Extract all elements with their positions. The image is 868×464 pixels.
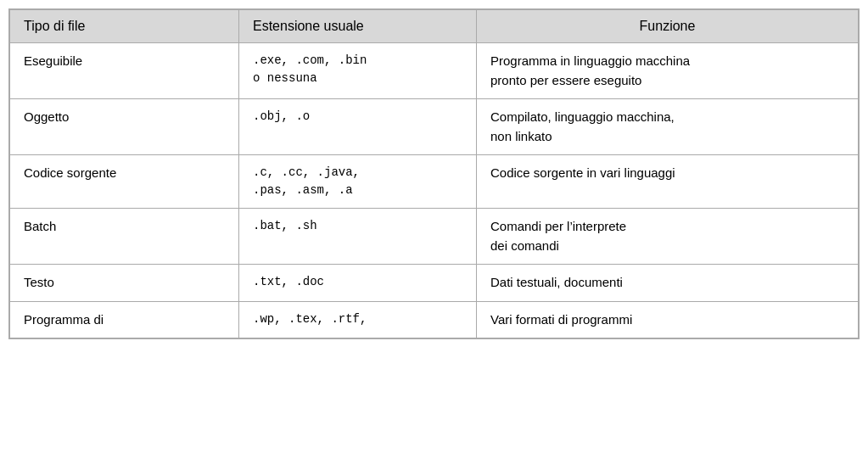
cell-tipo: Eseguibile bbox=[10, 43, 239, 99]
cell-estensione: .exe, .com, .bin o nessuna bbox=[239, 43, 477, 99]
cell-funzione: Programma in linguaggio macchina pronto … bbox=[477, 43, 859, 99]
table-header-row: Tipo di file Estensione usuale Funzione bbox=[10, 10, 859, 43]
header-estensione: Estensione usuale bbox=[239, 10, 477, 43]
cell-estensione: .bat, .sh bbox=[239, 209, 477, 265]
cell-estensione: .wp, .tex, .rtf, bbox=[239, 301, 477, 338]
header-funzione: Funzione bbox=[477, 10, 859, 43]
table-row: Testo.txt, .docDati testuali, documenti bbox=[10, 265, 859, 302]
table-row: Eseguibile.exe, .com, .bin o nessunaProg… bbox=[10, 43, 859, 99]
file-types-table: Tipo di file Estensione usuale Funzione … bbox=[9, 9, 859, 338]
cell-funzione: Comandi per l’interprete dei comandi bbox=[477, 209, 859, 265]
cell-tipo: Codice sorgente bbox=[10, 155, 239, 209]
cell-funzione: Codice sorgente in vari linguaggi bbox=[477, 155, 859, 209]
header-tipo: Tipo di file bbox=[10, 10, 239, 43]
cell-estensione: .txt, .doc bbox=[239, 265, 477, 302]
cell-estensione: .obj, .o bbox=[239, 99, 477, 155]
table-row: Batch.bat, .shComandi per l’interprete d… bbox=[10, 209, 859, 265]
table-row: Oggetto.obj, .oCompilato, linguaggio mac… bbox=[10, 99, 859, 155]
cell-tipo: Programma di bbox=[10, 301, 239, 338]
table-row: Codice sorgente.c, .cc, .java, .pas, .as… bbox=[10, 155, 859, 209]
cell-tipo: Batch bbox=[10, 209, 239, 265]
cell-tipo: Testo bbox=[10, 265, 239, 302]
cell-funzione: Vari formati di programmi bbox=[477, 301, 859, 338]
cell-funzione: Compilato, linguaggio macchina, non link… bbox=[477, 99, 859, 155]
cell-estensione: .c, .cc, .java, .pas, .asm, .a bbox=[239, 155, 477, 209]
table-row: Programma di.wp, .tex, .rtf,Vari formati… bbox=[10, 301, 859, 338]
main-table-container: Tipo di file Estensione usuale Funzione … bbox=[8, 8, 860, 339]
cell-tipo: Oggetto bbox=[10, 99, 239, 155]
cell-funzione: Dati testuali, documenti bbox=[477, 265, 859, 302]
